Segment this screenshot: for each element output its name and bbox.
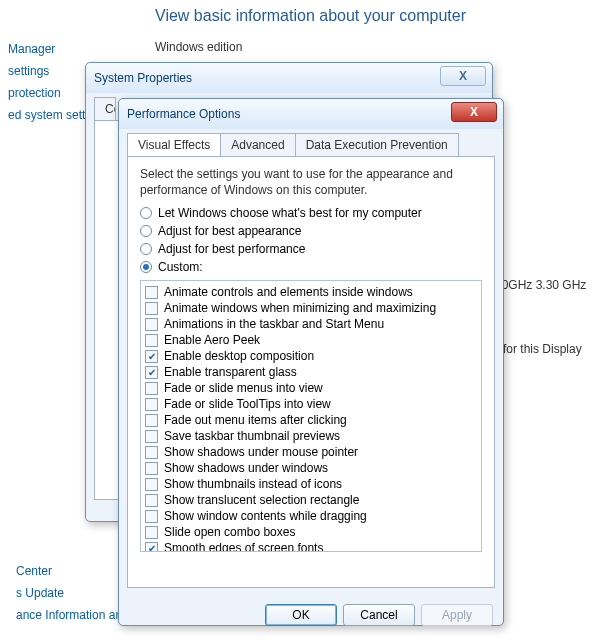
- close-button[interactable]: X: [440, 66, 486, 86]
- window-title: System Properties: [94, 71, 192, 85]
- visual-effect-option[interactable]: Fade or slide ToolTips into view: [145, 396, 477, 412]
- sidebar-footer-item[interactable]: ance Information and: [8, 604, 115, 626]
- checkbox-icon: [145, 462, 158, 475]
- visual-effect-option[interactable]: Slide open combo boxes: [145, 524, 477, 540]
- visual-effects-list[interactable]: Animate controls and elements inside win…: [140, 280, 482, 552]
- checkbox-icon: [145, 510, 158, 523]
- tab-visual-effects[interactable]: Visual Effects: [127, 133, 221, 156]
- titlebar[interactable]: Performance Options X: [119, 99, 503, 129]
- section-label: Windows edition: [155, 40, 242, 54]
- radio-icon: [140, 261, 152, 273]
- visual-effect-option[interactable]: Save taskbar thumbnail previews: [145, 428, 477, 444]
- checkbox-icon: [145, 446, 158, 459]
- window-title: Performance Options: [127, 107, 240, 121]
- checkbox-icon: [145, 350, 158, 363]
- titlebar[interactable]: System Properties X: [86, 63, 492, 93]
- visual-effect-option[interactable]: Fade or slide menus into view: [145, 380, 477, 396]
- option-label: Fade or slide ToolTips into view: [164, 397, 331, 411]
- performance-options-window: Performance Options X Visual Effects Adv…: [118, 98, 504, 626]
- checkbox-icon: [145, 542, 158, 553]
- option-label: Fade or slide menus into view: [164, 381, 323, 395]
- sidebar-item[interactable]: Manager: [0, 38, 123, 60]
- description: Select the settings you want to use for …: [140, 167, 482, 198]
- radio-option[interactable]: Custom:: [140, 260, 482, 274]
- checkbox-icon: [145, 318, 158, 331]
- checkbox-icon: [145, 334, 158, 347]
- option-label: Show window contents while dragging: [164, 509, 367, 523]
- option-label: Save taskbar thumbnail previews: [164, 429, 340, 443]
- tab[interactable]: Co: [94, 97, 116, 120]
- option-label: Enable transparent glass: [164, 365, 297, 379]
- page-title: View basic information about your comput…: [155, 7, 466, 25]
- visual-effect-option[interactable]: Enable Aero Peek: [145, 332, 477, 348]
- close-icon: X: [459, 69, 467, 83]
- checkbox-icon: [145, 302, 158, 315]
- option-label: Animate controls and elements inside win…: [164, 285, 413, 299]
- checkbox-icon: [145, 398, 158, 411]
- visual-effect-option[interactable]: Enable transparent glass: [145, 364, 477, 380]
- option-label: Animations in the taskbar and Start Menu: [164, 317, 384, 331]
- radio-label: Adjust for best appearance: [158, 224, 301, 238]
- checkbox-icon: [145, 478, 158, 491]
- panel: Select the settings you want to use for …: [127, 156, 495, 588]
- display-info: for this Display: [503, 342, 582, 356]
- checkbox-icon: [145, 366, 158, 379]
- close-icon: X: [470, 105, 478, 119]
- checkbox-icon: [145, 494, 158, 507]
- visual-effect-option[interactable]: Animations in the taskbar and Start Menu: [145, 316, 477, 332]
- visual-effect-option[interactable]: Smooth edges of screen fonts: [145, 540, 477, 552]
- visual-effect-option[interactable]: Show shadows under windows: [145, 460, 477, 476]
- visual-effect-option[interactable]: Animate controls and elements inside win…: [145, 284, 477, 300]
- cpu-info: 30GHz 3.30 GHz: [495, 278, 586, 292]
- visual-effect-option[interactable]: Enable desktop composition: [145, 348, 477, 364]
- option-label: Show shadows under mouse pointer: [164, 445, 358, 459]
- close-button[interactable]: X: [451, 102, 497, 122]
- option-label: Slide open combo boxes: [164, 525, 295, 539]
- radio-option[interactable]: Adjust for best appearance: [140, 224, 482, 238]
- visual-effect-option[interactable]: Show window contents while dragging: [145, 508, 477, 524]
- checkbox-icon: [145, 414, 158, 427]
- option-label: Show translucent selection rectangle: [164, 493, 359, 507]
- radio-option[interactable]: Let Windows choose what's best for my co…: [140, 206, 482, 220]
- radio-icon: [140, 243, 152, 255]
- radio-label: Custom:: [158, 260, 203, 274]
- tab-dep[interactable]: Data Execution Prevention: [295, 133, 459, 156]
- button-bar: OK Cancel Apply: [119, 596, 503, 634]
- radio-label: Let Windows choose what's best for my co…: [158, 206, 422, 220]
- checkbox-icon: [145, 526, 158, 539]
- option-label: Fade out menu items after clicking: [164, 413, 347, 427]
- sidebar-footer-item[interactable]: s Update: [8, 582, 115, 604]
- radio-label: Adjust for best performance: [158, 242, 305, 256]
- visual-effect-option[interactable]: Animate windows when minimizing and maxi…: [145, 300, 477, 316]
- ok-button[interactable]: OK: [265, 604, 337, 626]
- radio-icon: [140, 225, 152, 237]
- visual-effect-option[interactable]: Show shadows under mouse pointer: [145, 444, 477, 460]
- radio-icon: [140, 207, 152, 219]
- visual-effect-option[interactable]: Show thumbnails instead of icons: [145, 476, 477, 492]
- cancel-button[interactable]: Cancel: [343, 604, 415, 626]
- visual-effect-option[interactable]: Show translucent selection rectangle: [145, 492, 477, 508]
- apply-button: Apply: [421, 604, 493, 626]
- checkbox-icon: [145, 430, 158, 443]
- tabs: Visual Effects Advanced Data Execution P…: [127, 133, 495, 156]
- sidebar-footer-item[interactable]: Center: [8, 560, 115, 582]
- checkbox-icon: [145, 286, 158, 299]
- option-label: Animate windows when minimizing and maxi…: [164, 301, 436, 315]
- option-label: Enable Aero Peek: [164, 333, 260, 347]
- checkbox-icon: [145, 382, 158, 395]
- option-label: Enable desktop composition: [164, 349, 314, 363]
- option-label: Show thumbnails instead of icons: [164, 477, 342, 491]
- option-label: Show shadows under windows: [164, 461, 328, 475]
- tab-advanced[interactable]: Advanced: [220, 133, 295, 156]
- radio-option[interactable]: Adjust for best performance: [140, 242, 482, 256]
- visual-effect-option[interactable]: Fade out menu items after clicking: [145, 412, 477, 428]
- option-label: Smooth edges of screen fonts: [164, 541, 323, 552]
